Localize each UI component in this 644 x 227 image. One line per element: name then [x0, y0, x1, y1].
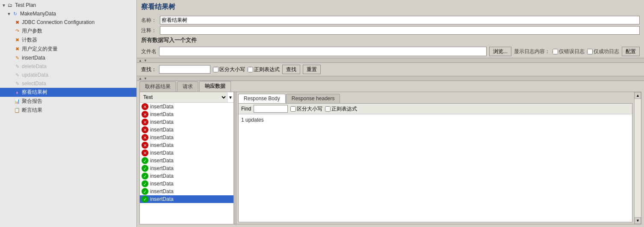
file-label: 文件名 — [141, 48, 157, 55]
sidebar-item-counter[interactable]: ✖ 计数器 — [0, 36, 136, 45]
result-item-label: insertData — [150, 119, 174, 125]
sidebar-item-insert-data[interactable]: ✎ insertData — [0, 54, 136, 62]
scroll-up2-icon[interactable]: ▲ — [139, 77, 142, 81]
config-button[interactable]: 配置 — [622, 47, 640, 56]
tab-response-body[interactable]: Response Body — [238, 94, 286, 103]
sidebar-label-counter: 计数器 — [22, 36, 37, 44]
case-sensitive-label[interactable]: 区分大小写 — [213, 66, 245, 73]
sidebar-item-user-vars[interactable]: ✖ 用户定义的变量 — [0, 45, 136, 54]
response-body-text: 1 updates — [241, 117, 264, 123]
error-icon: ✕ — [142, 103, 148, 110]
sidebar-item-jdbc[interactable]: ✖ JDBC Connection Configuration — [0, 18, 136, 27]
inner-content: Find 区分大小写 正则表达式 1 updates — [238, 103, 632, 222]
find-bar: Find 区分大小写 正则表达式 — [239, 104, 632, 114]
file-input[interactable] — [159, 47, 487, 56]
find-regex-label[interactable]: 正则表达式 — [325, 105, 357, 113]
section-title: 所有数据写入一个文件 — [141, 36, 640, 44]
success-log-checkbox[interactable] — [587, 49, 593, 54]
result-item[interactable]: ✕insertData — [140, 149, 233, 157]
find-case-checkbox[interactable] — [290, 106, 296, 112]
log-controls: 显示日志内容： 仅错误日志 仅成功日志 配置 — [514, 47, 640, 56]
success-icon: ✓ — [142, 173, 148, 179]
success-log-label[interactable]: 仅成功日志 — [587, 48, 619, 55]
success-icon: ✓ — [142, 188, 148, 195]
sidebar-item-view-results-tree[interactable]: ♦ 察看结果树 — [0, 88, 136, 97]
find-regex-checkbox[interactable] — [325, 106, 331, 112]
regex-checkbox[interactable] — [248, 67, 253, 72]
tab-response-data[interactable]: 响应数据 — [199, 81, 231, 92]
result-list: Text ▼ ✕insertData✕insertData✕insertData… — [140, 92, 234, 224]
result-item-label: insertData — [150, 158, 174, 164]
reset-button[interactable]: 重置 — [303, 65, 321, 74]
toggle-test-plan[interactable]: ▼ — [2, 3, 6, 8]
result-item[interactable]: ✓insertData — [140, 188, 233, 195]
scroll-down-icon[interactable]: ▼ — [144, 59, 147, 63]
sidebar-item-user-params[interactable]: ↷ 用户参数 — [0, 27, 136, 36]
user-vars-icon: ✖ — [14, 46, 21, 53]
aggregate-report-icon: 📊 — [14, 98, 21, 105]
result-item-label: insertData — [150, 188, 174, 194]
success-icon: ✓ — [142, 196, 148, 203]
dropdown-arrow-icon[interactable]: ▼ — [227, 95, 233, 100]
format-select[interactable]: Text — [140, 92, 227, 102]
scroll-up-icon[interactable]: ▲ — [139, 59, 142, 63]
error-log-checkbox[interactable] — [552, 49, 558, 54]
search-row: 查找： 区分大小写 正则表达式 查找 重置 — [137, 63, 644, 76]
scroll-up-btn[interactable]: ▲ — [635, 92, 641, 99]
sidebar-item-update-data[interactable]: ✎ updateData — [0, 71, 136, 79]
content-split: Text ▼ ✕insertData✕insertData✕insertData… — [139, 92, 641, 224]
error-log-label[interactable]: 仅错误日志 — [552, 48, 585, 55]
scroll-hint-bottom: ▲ ▼ — [137, 76, 644, 81]
sidebar-label-user-params: 用户参数 — [22, 27, 42, 35]
sidebar-label-make-many-data: MakeManyData — [20, 11, 56, 17]
result-item[interactable]: ✕insertData — [140, 111, 233, 118]
sidebar-label-user-vars: 用户定义的变量 — [22, 45, 58, 53]
toggle-make-many-data[interactable]: ▼ — [7, 12, 11, 16]
loop-icon: ↻ — [12, 10, 19, 17]
success-icon: ✓ — [142, 157, 148, 164]
sidebar-item-make-many-data[interactable]: ▼ ↻ MakeManyData — [0, 9, 136, 18]
browse-button[interactable]: 浏览... — [489, 47, 511, 56]
result-item[interactable]: ✓insertData — [140, 180, 233, 188]
tab-response-headers[interactable]: Response headers — [286, 94, 340, 103]
scroll-down-btn[interactable]: ▼ — [635, 217, 641, 224]
scroll-hint-top: ▲ ▼ — [137, 58, 644, 63]
comment-row: 注释： — [141, 26, 640, 35]
testplan-icon: 🗂 — [7, 2, 14, 9]
result-item[interactable]: ✕insertData — [140, 141, 233, 149]
scroll-down2-icon[interactable]: ▼ — [144, 77, 147, 81]
error-icon: ✕ — [142, 119, 148, 125]
tab-request[interactable]: 请求 — [177, 81, 198, 92]
result-item[interactable]: ✕insertData — [140, 126, 233, 134]
sidebar-item-select-data[interactable]: ✎ selectData — [0, 79, 136, 88]
sidebar-item-delete-data[interactable]: ✎ deleteData — [0, 62, 136, 71]
sidebar: ▼ 🗂 Test Plan ▼ ↻ MakeManyData ✖ JDBC Co… — [0, 0, 137, 227]
sidebar-item-test-plan[interactable]: ▼ 🗂 Test Plan — [0, 1, 136, 9]
result-item[interactable]: ✓insertData — [140, 195, 233, 203]
find-input[interactable] — [254, 105, 288, 113]
name-label: 名称： — [141, 17, 158, 24]
case-sensitive-checkbox[interactable] — [213, 67, 219, 72]
sidebar-item-assert-results[interactable]: 📋 断言结果 — [0, 106, 136, 115]
search-input[interactable] — [159, 65, 210, 74]
sidebar-label-test-plan: Test Plan — [15, 2, 36, 8]
regex-label[interactable]: 正则表达式 — [248, 66, 280, 73]
result-item[interactable]: ✕insertData — [140, 134, 233, 141]
result-item[interactable]: ✓insertData — [140, 164, 233, 172]
result-item[interactable]: ✓insertData — [140, 157, 233, 164]
result-item-label: insertData — [150, 173, 174, 179]
sidebar-item-aggregate-report[interactable]: 📊 聚合报告 — [0, 97, 136, 106]
result-item[interactable]: ✕insertData — [140, 103, 233, 111]
view-results-tree-icon: ♦ — [14, 89, 21, 96]
find-case-label[interactable]: 区分大小写 — [290, 105, 322, 113]
result-item[interactable]: ✓insertData — [140, 172, 233, 180]
scroll-track[interactable] — [635, 99, 641, 217]
result-item-label: insertData — [150, 165, 174, 171]
search-button[interactable]: 查找 — [282, 65, 300, 74]
sidebar-label-select-data: selectData — [22, 81, 46, 87]
comment-input[interactable] — [160, 26, 640, 35]
tab-sampler-result[interactable]: 取样器结果 — [139, 81, 176, 92]
name-input[interactable] — [160, 16, 640, 24]
find-label: Find — [241, 106, 251, 112]
result-item[interactable]: ✕insertData — [140, 118, 233, 126]
